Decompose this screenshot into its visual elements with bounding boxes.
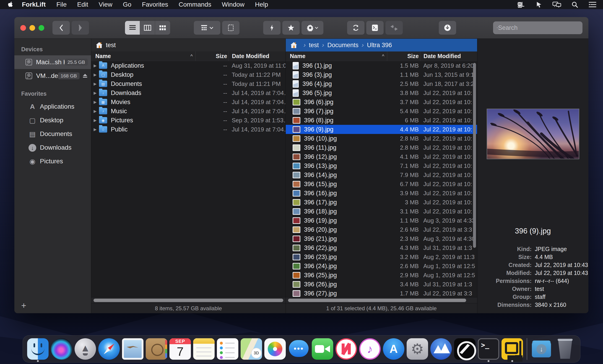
dock-item-trash[interactable] <box>553 336 577 362</box>
dock-item-maps[interactable]: 3D <box>240 336 263 362</box>
folder-row[interactable]: ▶ Public -- Jul 14, 2019 at 7:04… <box>91 125 286 134</box>
arrange-menu-button[interactable] <box>194 21 220 35</box>
folder-row[interactable]: ▶ Pictures -- Sep 3, 2019 at 1:53… <box>91 116 286 125</box>
dock-item-notes[interactable] <box>192 336 216 362</box>
eject-icon[interactable] <box>82 73 88 79</box>
device-item-maci-sh-hd[interactable]: Maci...sh HD 25.5 GB <box>14 55 91 69</box>
sidebar-item-applications[interactable]: Applications <box>14 100 91 113</box>
folder-row[interactable]: ▶ Downloads -- Jul 14, 2019 at 7:04… <box>91 88 286 98</box>
file-row[interactable]: 396 (20).jpg 2.6 MB Jul 22, 2019 at 3:3 <box>286 225 477 234</box>
sidebar-item-desktop[interactable]: Desktop <box>14 113 91 127</box>
file-row[interactable]: 396 (6).jpg 3.7 MB Jul 22, 2019 at 10: <box>286 98 477 107</box>
dock-item-system-preferences[interactable] <box>406 336 429 362</box>
column-header-name[interactable]: Name^ <box>91 53 196 59</box>
menu-item-file[interactable]: File <box>51 1 72 8</box>
close-button[interactable] <box>20 25 26 31</box>
disclosure-triangle-icon[interactable]: ▶ <box>91 100 99 105</box>
dock-item-siri[interactable] <box>50 336 73 362</box>
file-row[interactable]: 396 (23).jpg 3.2 MB Aug 2, 2019 at 11:3 <box>286 252 477 262</box>
menu-list-status-icon[interactable] <box>588 1 597 8</box>
file-row[interactable]: 396 (19).jpg 1.1 MB Aug 3, 2019 at 4:33 <box>286 216 477 225</box>
add-favorite-button[interactable]: + <box>21 301 26 310</box>
sync-button[interactable] <box>347 21 364 35</box>
file-row[interactable]: 396 (9).jpg 4.4 MB Jul 22, 2019 at 10: <box>286 125 477 134</box>
file-row[interactable]: 396 (1).jpg 1.5 MB Apr 8, 2019 at 6:20 <box>286 61 477 70</box>
left-path-bar[interactable]: test <box>91 39 286 52</box>
scrollbar-thumb[interactable] <box>288 299 466 302</box>
displays-status-icon[interactable] <box>552 1 561 8</box>
actions-menu-button[interactable] <box>302 21 323 35</box>
dock-item-mail[interactable] <box>121 336 145 362</box>
file-row[interactable]: 396 (10).jpg 2.8 MB Jul 22, 2019 at 10: <box>286 134 477 143</box>
dock-item-calendar[interactable]: SEP 7 <box>168 336 192 362</box>
select-button[interactable] <box>222 21 240 35</box>
menu-item-commands[interactable]: Commands <box>173 1 216 8</box>
folder-row[interactable]: ▶ Applications -- Aug 31, 2019 at 11:0. <box>91 61 286 70</box>
disclosure-triangle-icon[interactable]: ▶ <box>91 91 99 95</box>
file-row[interactable]: 396 (17).jpg 3 MB Jul 22, 2019 at 10: <box>286 198 477 207</box>
column-header-name[interactable]: Name^ <box>286 53 387 59</box>
menu-item-help[interactable]: Help <box>250 1 273 8</box>
dock-item-appstore[interactable] <box>382 336 406 362</box>
dock-item-launchpad[interactable] <box>73 336 97 362</box>
column-view-button[interactable] <box>140 21 155 35</box>
breadcrumb-segment-test[interactable]: test <box>300 42 319 49</box>
column-header-date-modified[interactable]: Date Modified <box>420 52 477 61</box>
vertical-scrollbar-thumb[interactable] <box>473 63 476 248</box>
disclosure-triangle-icon[interactable]: ▶ <box>91 127 99 132</box>
forward-button[interactable] <box>72 21 89 35</box>
disclosure-triangle-icon[interactable]: ▶ <box>91 82 99 86</box>
download-button[interactable] <box>439 21 456 35</box>
column-header-size[interactable]: Size <box>196 52 229 61</box>
disclosure-triangle-icon[interactable]: ▶ <box>91 109 99 114</box>
sidebar-item-downloads[interactable]: Downloads <box>14 141 91 154</box>
column-header-size[interactable]: Size <box>387 52 420 61</box>
back-button[interactable] <box>52 21 70 35</box>
menu-item-go[interactable]: Go <box>118 1 137 8</box>
file-row[interactable]: 396 (12).jpg 4.1 MB Jul 22, 2019 at 10: <box>286 152 477 161</box>
dock-item-finder[interactable] <box>26 336 50 362</box>
dock-item-photos[interactable] <box>263 336 287 362</box>
device-item-vm-ders[interactable]: VM...ders 168 GB <box>14 69 91 83</box>
file-row[interactable]: 396 (27).jpg 1.7 MB Jul 22, 2019 at 3:3 <box>286 289 477 297</box>
file-row[interactable]: 396 (25).jpg 2.9 MB Aug 1, 2019 at 12:5 <box>286 271 477 280</box>
file-row[interactable]: 396 (4).jpg 2.5 MB Jun 18, 2017 at 3:2 <box>286 79 477 88</box>
file-row[interactable]: 396 (5).jpg 3.8 MB Jul 22, 2019 at 10: <box>286 88 477 98</box>
zoom-button[interactable] <box>38 25 44 31</box>
file-row[interactable]: 396 (26).jpg 3.4 MB Jul 31, 2019 at 1:3 <box>286 280 477 289</box>
dock-item-separator[interactable] <box>524 336 530 362</box>
breadcrumb-segment-ultra-396[interactable]: Ultra 396 <box>359 42 392 49</box>
favorites-button[interactable] <box>282 21 300 35</box>
file-row[interactable]: 396 (22).jpg 4.3 MB Jul 31, 2019 at 1:3 <box>286 243 477 252</box>
file-row[interactable]: 396 (13).jpg 7.1 MB Jul 22, 2019 at 10: <box>286 161 477 170</box>
file-row[interactable]: 396 (7).jpg 5.4 MB Jul 22, 2019 at 10: <box>286 107 477 116</box>
terminal-button[interactable] <box>366 21 383 35</box>
breadcrumb-segment-documents[interactable]: Documents <box>319 42 359 49</box>
list-view-button[interactable] <box>125 21 140 35</box>
icon-view-button[interactable] <box>155 21 170 35</box>
file-row[interactable]: 396 (11).jpg 2.8 MB Jul 22, 2019 at 10: <box>286 143 477 152</box>
dock-item-terminal[interactable]: >_ <box>477 336 500 362</box>
file-row[interactable]: 396 (18).jpg 3.1 MB Jul 22, 2019 at 10: <box>286 207 477 216</box>
sidebar-item-pictures[interactable]: Pictures <box>14 154 91 168</box>
file-row[interactable]: 396 (15).jpg 6.7 MB Jul 22, 2019 at 10: <box>286 179 477 189</box>
file-row[interactable]: 396 (24).jpg 2.6 MB Aug 1, 2019 at 12:5 <box>286 262 477 271</box>
dock-item-contacts[interactable] <box>145 336 168 362</box>
apple-menu-icon[interactable] <box>8 1 13 8</box>
folder-row[interactable]: ▶ Desktop -- Today at 11:22 PM <box>91 70 286 79</box>
dock-item-downloads-folder[interactable] <box>530 336 553 362</box>
search-input[interactable] <box>498 24 579 32</box>
dock-item-news[interactable] <box>334 336 358 362</box>
sidebar-item-documents[interactable]: Documents <box>14 127 91 141</box>
dock-item-app-black-circle[interactable] <box>453 336 477 362</box>
folder-row[interactable]: ▶ Documents -- Today at 11:21 PM <box>91 79 286 88</box>
menu-item-view[interactable]: View <box>93 1 118 8</box>
dock-item-messages[interactable] <box>287 336 311 362</box>
menu-item-favorites[interactable]: Favorites <box>137 1 173 8</box>
disclosure-triangle-icon[interactable]: ▶ <box>91 63 99 68</box>
file-row[interactable]: 396 (21).jpg 2.3 MB Aug 3, 2019 at 4:30 <box>286 234 477 243</box>
folder-row[interactable]: ▶ Music -- Jul 14, 2019 at 7:04… <box>91 107 286 116</box>
dock-item-itunes[interactable] <box>358 336 382 362</box>
column-header-date-modified[interactable]: Date Modified <box>229 52 286 61</box>
dock-item-facetime[interactable] <box>311 336 334 362</box>
